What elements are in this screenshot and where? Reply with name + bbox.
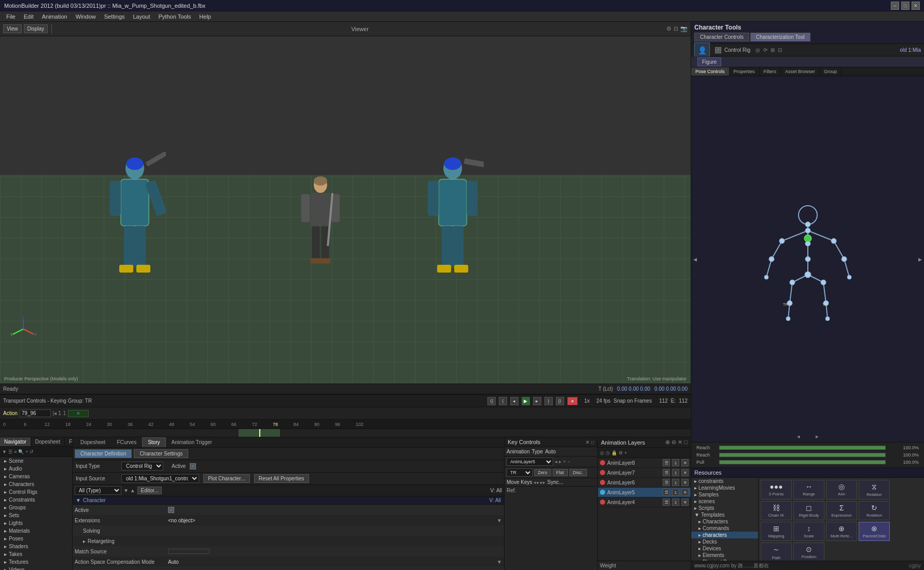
layer5-btn1[interactable]: ☰ (663, 489, 670, 496)
pc-tab-pose[interactable]: Pose Controls (691, 67, 730, 76)
prev-key-btn[interactable]: ⟨ (499, 397, 507, 405)
layer-anim5[interactable]: AnimLayer5 ☰ 1 ✕ (598, 488, 691, 497)
tab-story[interactable]: Story (142, 437, 165, 447)
editor-button[interactable]: Editor... (137, 487, 162, 494)
characterization-tool-tab[interactable]: Characterization Tool (750, 33, 810, 41)
nav-expand-icon[interactable]: ☰ (8, 449, 12, 454)
layer7-btn2[interactable]: 1 (672, 469, 679, 476)
plot-character-button[interactable]: Plot Character... (203, 474, 250, 483)
layer8-btn3[interactable]: ✕ (681, 459, 689, 466)
kc-close-icon[interactable]: ✕ (585, 439, 590, 445)
res-learning[interactable]: ▸LearningMovies (691, 484, 758, 491)
res-decks[interactable]: ▸Decks (691, 538, 758, 545)
reset-all-button[interactable]: Reset All Properties (254, 474, 309, 483)
al-icons[interactable]: ⊕ ⊖ ✕ □ (665, 439, 688, 446)
res-templates[interactable]: ▼Templates (691, 511, 758, 518)
menu-settings[interactable]: Settings (100, 12, 129, 21)
nav-filter-icon[interactable]: ▼ (2, 449, 7, 454)
kc-sync-label[interactable]: Sync... (547, 479, 563, 485)
nav-item-videos[interactable]: ▸Videos (0, 566, 72, 570)
figure-tab-label[interactable]: Figure (697, 58, 721, 66)
res-icon-multirefe[interactable]: ⊕ Multi Refe... (826, 522, 857, 541)
nav-item-lights[interactable]: ▸Lights (0, 519, 72, 527)
tab-navigator[interactable]: Navigator (0, 437, 31, 446)
skeleton-right-arrow[interactable]: ▸ (918, 255, 922, 263)
titlebar-controls[interactable]: ─ □ ✕ (891, 2, 920, 10)
skel-right-nav[interactable]: ▸ (816, 433, 819, 440)
layer-anim8[interactable]: AnimLayer8 ☰ 1 ✕ (598, 458, 691, 468)
maximize-button[interactable]: □ (901, 2, 909, 10)
nav-item-takes[interactable]: ▸Takes (0, 550, 72, 558)
input-type-select[interactable]: Control Rig (121, 462, 163, 471)
res-constraints[interactable]: ▸constraints (691, 478, 758, 484)
layer4-btn1[interactable]: ☰ (663, 498, 670, 506)
res-characters[interactable]: ▸Characters (691, 518, 758, 525)
kc-add-icon[interactable]: + (563, 459, 566, 464)
tab-dopesheet[interactable]: Dopesheet (31, 437, 65, 446)
skeleton-left-arrow[interactable]: ◂ (693, 255, 697, 263)
layer8-btn1[interactable]: ☰ (663, 459, 670, 466)
prev-frame-btn[interactable]: ◂ (510, 397, 519, 405)
nav-item-control-rigs[interactable]: ▸Control Rigs (0, 488, 72, 496)
nav-item-characters[interactable]: ▸Characters (0, 480, 72, 488)
next-key-btn[interactable]: ⟩ (544, 397, 553, 405)
nav-item-scene[interactable]: ▸Scene (0, 457, 72, 465)
input-source-select[interactable]: old 1:Mia_Shotgun1_contro... (121, 474, 199, 483)
nav-item-materials[interactable]: ▸Materials (0, 527, 72, 535)
menu-layout[interactable]: Layout (129, 12, 155, 21)
char-settings-tab[interactable]: Character Settings (134, 449, 188, 458)
tab-dopesheet-main[interactable]: Dopesheet (75, 437, 111, 447)
layer-anim4[interactable]: AnimLayer4 ☰ 1 ✕ (598, 497, 691, 507)
res-icon-relation[interactable]: ⧖ Relation (859, 480, 890, 500)
action-comp-dropdown[interactable]: ▼ (497, 559, 502, 565)
type-filter-select[interactable]: All (Type) (75, 486, 121, 495)
next-frame-btn[interactable]: ▸ (533, 397, 541, 405)
char-controls-tab[interactable]: Character Controls (694, 33, 749, 41)
kc-next-btn[interactable]: ▸ (559, 459, 562, 464)
layer4-btn2[interactable]: 1 (672, 498, 679, 506)
nav-item-shaders[interactable]: ▸Shaders (0, 543, 72, 550)
control-rig-checkbox[interactable] (715, 47, 721, 53)
nav-item-constraints[interactable]: ▸Constraints (0, 496, 72, 504)
play-button[interactable]: ▶ (522, 397, 530, 405)
menu-animation[interactable]: Animation (38, 12, 72, 21)
char-definition-tab[interactable]: Character Definition (75, 449, 132, 458)
res-icon-scale[interactable]: ↕ Scale (793, 522, 824, 541)
layer4-btn3[interactable]: ✕ (681, 498, 689, 506)
kc-expand-icon[interactable]: □ (591, 439, 594, 445)
nav-search-icon[interactable]: 🔍 (18, 449, 24, 454)
reach-2-bar[interactable] (719, 453, 886, 457)
record-button[interactable]: ● (567, 397, 578, 405)
menu-help[interactable]: Help (195, 12, 215, 21)
res-icon-mapping[interactable]: ⊞ Mapping (761, 522, 792, 541)
flat-button[interactable]: Flat (553, 469, 568, 476)
tr-select[interactable]: TR (507, 468, 533, 477)
layer5-btn3[interactable]: ✕ (681, 489, 689, 496)
nav-item-textures[interactable]: ▸Textures (0, 558, 72, 566)
menu-window[interactable]: Window (72, 12, 100, 21)
layer6-btn1[interactable]: ☰ (663, 479, 670, 486)
res-icon-rotation[interactable]: ↻ Rotation (859, 501, 890, 520)
viewer-icon-snap[interactable]: ⊡ (674, 25, 678, 32)
res-icon-aim[interactable]: ◎ Aim (826, 480, 857, 500)
nav-item-audio[interactable]: ▸Audio (0, 465, 72, 473)
keyframe-btn[interactable]: ⟨| (487, 397, 496, 405)
pc-tab-filters[interactable]: Filters (760, 67, 781, 76)
al-settings-icon[interactable]: ⚙ (619, 450, 623, 455)
res-icon-position[interactable]: ⊙ Position (793, 543, 824, 561)
layer6-btn3[interactable]: ✕ (681, 479, 689, 486)
tab-fcurves-main[interactable]: FCurves (111, 437, 142, 447)
layer-anim7[interactable]: AnimLayer7 ☰ 1 ✕ (598, 468, 691, 478)
active-checkbox[interactable] (190, 463, 196, 469)
res-char-selected[interactable]: ▸characters (691, 532, 758, 538)
menu-edit[interactable]: Edit (20, 12, 38, 21)
cr-icon3[interactable]: ⊞ (771, 47, 775, 53)
extensions-btn[interactable]: ▼ (497, 518, 502, 523)
res-icon-parentchild[interactable]: ⊗ Parent/Child (859, 522, 890, 541)
nav-item-groups[interactable]: ▸Groups (0, 504, 72, 511)
nav-item-sets[interactable]: ▸Sets (0, 511, 72, 519)
res-icon-range[interactable]: ↔ Range (793, 480, 824, 500)
skel-left-nav[interactable]: ◂ (797, 433, 800, 440)
menu-python-tools[interactable]: Python Tools (155, 12, 195, 21)
res-scenes[interactable]: ▸scenes (691, 498, 758, 505)
